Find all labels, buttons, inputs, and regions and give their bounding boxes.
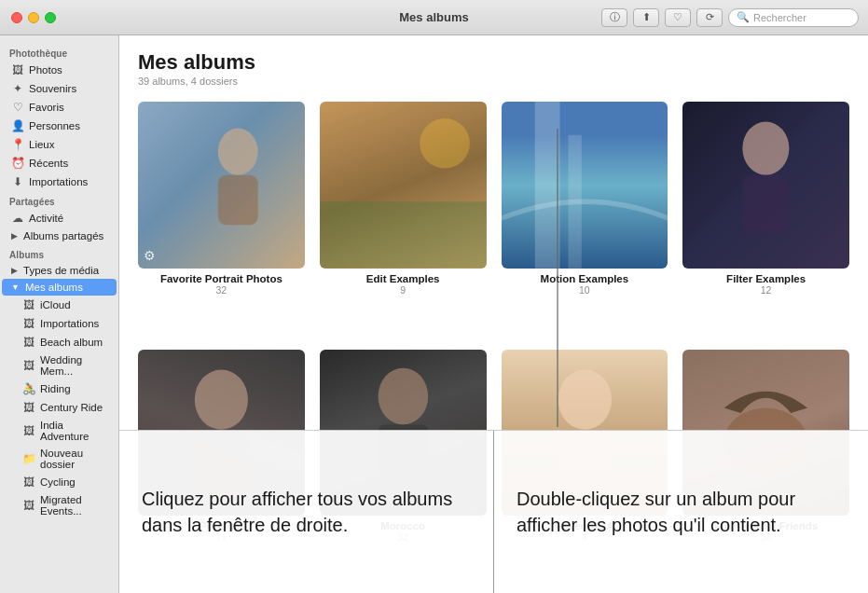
album-thumb-svg-motion-examples (502, 102, 668, 269)
album-count-fav-portrait: 32 (216, 284, 227, 296)
india-adventure-icon: 🖼 (22, 424, 35, 437)
search-bar[interactable]: 🔍 Rechercher (728, 8, 859, 27)
album-item-filter-examples[interactable]: Filter Examples12 (682, 102, 849, 335)
annotation-right: Double-cliquez sur un album pour affiche… (494, 431, 868, 593)
album-name-edit-examples: Edit Examples (366, 273, 440, 284)
photos-icon: 🖼 (11, 63, 24, 76)
share-button[interactable]: ⬆ (633, 8, 659, 27)
close-button[interactable] (11, 12, 22, 23)
vertical-divider (557, 129, 558, 427)
sidebar-item-nouveau-dossier[interactable]: 📁Nouveau dossier (2, 445, 117, 473)
cycling-icon: 🖼 (22, 476, 35, 489)
sidebar-label-personnes: Personnes (29, 120, 80, 131)
rotate-button[interactable]: ⟳ (696, 8, 723, 27)
sidebar-section-albums: Albums (0, 244, 118, 262)
migrated-icon: 🖼 (22, 499, 35, 512)
album-count-edit-examples: 9 (400, 284, 406, 296)
sidebar-item-importations[interactable]: ⬇Importations (2, 172, 117, 191)
annotation-right-text: Double-cliquez sur un album pour affiche… (517, 486, 846, 538)
sidebar-label-lieux: Lieux (29, 139, 55, 150)
sidebar-label-photos: Photos (29, 64, 62, 76)
sidebar-item-photos[interactable]: 🖼Photos (2, 61, 117, 79)
svg-point-12 (558, 369, 611, 429)
activite-icon: ☁ (11, 212, 24, 225)
svg-point-6 (743, 121, 790, 174)
sidebar-item-riding[interactable]: 🚴Riding (2, 379, 117, 398)
svg-rect-2 (320, 201, 487, 269)
recents-icon: ⏰ (11, 157, 24, 170)
album-item-fav-portrait[interactable]: ⚙Favorite Portrait Photos32 (138, 102, 305, 335)
sidebar-item-lieux[interactable]: 📍Lieux (2, 135, 117, 154)
sidebar-label-recents: Récents (29, 158, 68, 169)
sidebar-item-migrated[interactable]: 🖼Migrated Events... (2, 491, 117, 519)
sidebar-label-souvenirs: Souvenirs (29, 83, 76, 94)
album-thumb-svg-edit-examples (320, 102, 487, 269)
sidebar-label-mes-albums: Mes albums (25, 282, 83, 293)
sidebar-item-importations2[interactable]: 🖼Importations (2, 314, 117, 333)
search-icon: 🔍 (737, 11, 750, 23)
favoris-icon: ♡ (11, 101, 24, 114)
sidebar-item-cycling[interactable]: 🖼Cycling (2, 473, 117, 491)
sidebar-label-albums-partages: Albums partagés (23, 230, 103, 241)
sidebar-label-icloud: iCloud (40, 299, 71, 310)
album-name-fav-portrait: Favorite Portrait Photos (160, 273, 282, 284)
album-count-motion-examples: 10 (579, 284, 590, 296)
minimize-button[interactable] (28, 12, 39, 23)
nouveau-dossier-icon: 📁 (22, 452, 35, 465)
svg-point-3 (420, 118, 470, 169)
personnes-icon: 👤 (11, 119, 24, 132)
sidebar-label-favoris: Favoris (29, 102, 64, 113)
album-thumb-motion-examples (502, 102, 668, 269)
sidebar-label-cycling: Cycling (40, 476, 76, 488)
sidebar-item-icloud[interactable]: 🖼iCloud (2, 296, 117, 314)
album-name-motion-examples: Motion Examples (541, 273, 629, 284)
sidebar-item-century-ride[interactable]: 🖼Century Ride (2, 398, 117, 417)
sidebar-item-souvenirs[interactable]: ✦Souvenirs (2, 79, 117, 98)
sidebar-item-beach-album[interactable]: 🖼Beach album (2, 333, 117, 352)
album-item-motion-examples[interactable]: Motion Examples10 (502, 102, 668, 335)
lieux-icon: 📍 (11, 138, 24, 151)
sidebar-label-migrated: Migrated Events... (40, 494, 107, 517)
album-item-edit-examples[interactable]: Edit Examples9 (320, 102, 487, 335)
sidebar-item-wedding-mem[interactable]: 🖼Wedding Mem... (2, 352, 117, 379)
sidebar-item-types-media[interactable]: ▶Types de média (2, 262, 117, 279)
content-area: Mes albums 39 albums, 4 dossiers ⚙Favori… (119, 35, 868, 593)
expand-arrow-icon: ▶ (11, 266, 18, 275)
annotation-left-text: Cliquez pour afficher tous vos albums da… (142, 486, 471, 538)
svg-rect-1 (218, 175, 258, 226)
sidebar-item-recents[interactable]: ⏰Récents (2, 154, 117, 172)
sidebar-item-favoris[interactable]: ♡Favoris (2, 98, 117, 117)
main-layout: Photothèque🖼Photos✦Souvenirs♡Favoris👤Per… (0, 35, 868, 593)
sidebar-section-partagées: Partagées (0, 191, 118, 209)
sidebar-item-mes-albums[interactable]: ▼Mes albums (2, 279, 117, 296)
info-button[interactable]: ⓘ (601, 8, 627, 27)
sidebar-label-activite: Activité (29, 213, 63, 224)
sidebar-section-photothèque: Photothèque (0, 43, 118, 61)
sidebar-item-activite[interactable]: ☁Activité (2, 209, 117, 228)
album-count: 39 albums, 4 dossiers (138, 76, 849, 87)
sidebar-item-albums-partages[interactable]: ▶Albums partagés (2, 228, 117, 244)
album-name-filter-examples: Filter Examples (726, 273, 806, 284)
sidebar-item-personnes[interactable]: 👤Personnes (2, 117, 117, 135)
sidebar-label-century-ride: Century Ride (40, 402, 103, 413)
titlebar-controls: ⓘ ⬆ ♡ ⟳ 🔍 Rechercher (601, 8, 859, 27)
expand-arrow-icon: ▶ (11, 231, 18, 241)
sidebar-item-india-adventure[interactable]: 🖼India Adventure (2, 417, 117, 445)
sidebar-label-types-media: Types de média (23, 265, 99, 276)
search-placeholder: Rechercher (753, 12, 806, 23)
page-title: Mes albums (138, 50, 849, 75)
wedding-mem-icon: 🖼 (22, 359, 35, 372)
annotation-overlay: Cliquez pour afficher tous vos albums da… (119, 430, 868, 593)
maximize-button[interactable] (45, 12, 56, 23)
svg-point-0 (218, 129, 258, 175)
titlebar: Mes albums ⓘ ⬆ ♡ ⟳ 🔍 Rechercher (0, 0, 868, 35)
album-thumb-filter-examples (682, 102, 849, 269)
album-thumb-svg-filter-examples (682, 102, 849, 269)
svg-point-8 (195, 369, 248, 429)
sidebar-label-importations: Importations (29, 176, 88, 187)
heart-button[interactable]: ♡ (665, 8, 691, 27)
album-thumb-svg-fav-portrait (138, 102, 305, 269)
album-thumb-fav-portrait: ⚙ (138, 102, 305, 269)
traffic-lights (0, 12, 56, 23)
sidebar-label-riding: Riding (40, 383, 71, 394)
